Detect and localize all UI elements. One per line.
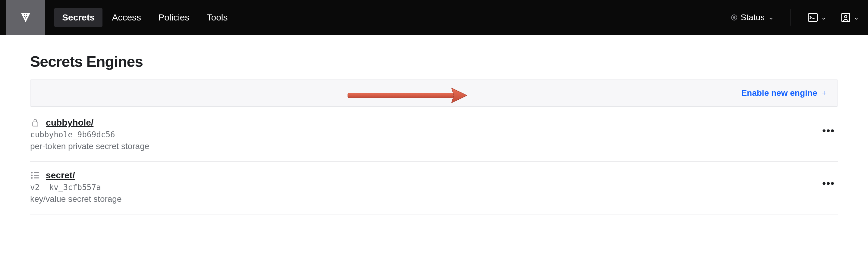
list-icon <box>30 171 40 179</box>
row-menu-button[interactable]: ••• <box>819 178 838 189</box>
terminal-icon <box>808 13 818 22</box>
enable-button-label: Enable new engine <box>741 88 817 98</box>
svg-rect-11 <box>33 122 38 126</box>
nav-access[interactable]: Access <box>104 8 149 27</box>
enable-new-engine-button[interactable]: Enable new engine + <box>737 83 831 103</box>
vault-logo-icon <box>19 11 32 24</box>
engine-link-cubbyhole[interactable]: cubbyhole/ <box>46 118 93 128</box>
row-menu-button[interactable]: ••• <box>819 125 838 136</box>
svg-rect-4 <box>25 18 26 19</box>
status-indicator-icon <box>731 14 737 21</box>
toolbar: Enable new engine + <box>30 79 838 107</box>
svg-point-12 <box>31 172 33 173</box>
lock-icon <box>30 118 40 127</box>
user-icon <box>841 13 850 22</box>
nav-secrets[interactable]: Secrets <box>54 8 102 27</box>
user-menu[interactable]: ⌄ <box>838 10 862 25</box>
status-area: Status ⌄ ⌄ ⌄ <box>728 9 862 26</box>
divider <box>790 9 791 26</box>
engine-description: key/value secret storage <box>30 194 819 204</box>
list-item: secret/ v2 kv_3cfb557a key/value secret … <box>30 162 838 215</box>
list-item: cubbyhole/ cubbyhole_9b69dc56 per-token … <box>30 109 838 162</box>
primary-nav: Secrets Access Policies Tools <box>54 8 236 27</box>
main-content: Secrets Engines Enable new engine + cubb… <box>0 35 868 232</box>
svg-rect-5 <box>808 13 818 21</box>
svg-rect-0 <box>24 14 25 15</box>
engine-description: per-token private secret storage <box>30 141 819 151</box>
chevron-down-icon: ⌄ <box>854 13 859 21</box>
nav-policies[interactable]: Policies <box>150 8 197 27</box>
plus-icon: + <box>821 88 827 98</box>
svg-rect-2 <box>24 16 25 17</box>
status-menu[interactable]: Status ⌄ <box>728 13 777 22</box>
status-label: Status <box>741 13 765 22</box>
console-menu[interactable]: ⌄ <box>805 11 830 24</box>
engine-link-secret[interactable]: secret/ <box>46 170 75 181</box>
svg-rect-3 <box>26 16 27 17</box>
engines-list: cubbyhole/ cubbyhole_9b69dc56 per-token … <box>30 109 838 215</box>
chevron-down-icon: ⌄ <box>821 13 827 21</box>
vault-logo[interactable] <box>6 0 45 35</box>
top-nav: Secrets Access Policies Tools Status ⌄ ⌄… <box>0 0 868 35</box>
engine-accessor: v2 kv_3cfb557a <box>30 183 819 192</box>
svg-rect-1 <box>26 14 27 15</box>
nav-tools[interactable]: Tools <box>199 8 236 27</box>
svg-point-14 <box>31 175 33 176</box>
engine-accessor: cubbyhole_9b69dc56 <box>30 130 819 139</box>
page-title: Secrets Engines <box>30 53 838 70</box>
svg-point-16 <box>31 177 33 179</box>
svg-point-8 <box>844 15 847 18</box>
chevron-down-icon: ⌄ <box>768 13 774 21</box>
